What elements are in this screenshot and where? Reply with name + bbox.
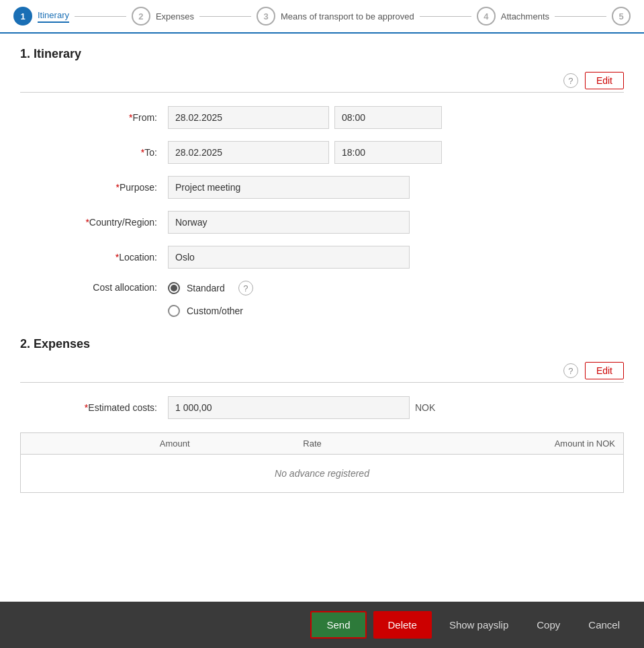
step-4[interactable]: 4 Attachments [477, 7, 549, 26]
itinerary-section: 1. Itinerary ? Edit *From: *To: *Purpose… [20, 47, 624, 317]
location-row: *Location: [20, 246, 624, 269]
step-circle-2: 2 [132, 7, 150, 26]
expenses-title: 2. Expenses [20, 337, 624, 351]
country-label: *Country/Region: [20, 217, 168, 228]
no-advance-text: No advance registered [21, 455, 624, 493]
step-label-1: Itinerary [38, 10, 69, 23]
bottom-action-bar: Send Delete Show payslip Copy Cancel [0, 602, 644, 648]
step-5[interactable]: 5 [612, 7, 631, 26]
estimated-costs-row: *Estimated costs: NOK [20, 396, 624, 419]
to-row: *To: [20, 141, 624, 164]
step-line-1 [75, 16, 126, 17]
cost-help-icon[interactable]: ? [238, 281, 253, 295]
step-circle-3: 3 [257, 7, 275, 26]
step-3[interactable]: 3 Means of transport to be approved [257, 7, 414, 26]
to-label: *To: [20, 147, 168, 158]
send-button[interactable]: Send [310, 611, 366, 639]
location-input[interactable] [168, 246, 410, 269]
from-date-input[interactable] [168, 106, 329, 129]
purpose-label: *Purpose: [20, 182, 168, 193]
expenses-edit-button[interactable]: Edit [585, 362, 624, 379]
step-circle-5: 5 [612, 7, 631, 26]
radio-standard[interactable] [168, 282, 180, 294]
radio-standard-row: Standard ? [168, 281, 253, 295]
radio-custom-label: Custom/other [187, 306, 243, 316]
to-date-input[interactable] [168, 141, 329, 164]
delete-button[interactable]: Delete [373, 611, 432, 639]
main-content: 1. Itinerary ? Edit *From: *To: *Purpose… [0, 34, 644, 547]
country-input[interactable] [168, 211, 410, 234]
from-label: *From: [20, 112, 168, 123]
location-label: *Location: [20, 252, 168, 263]
cost-allocation-options: Standard ? Custom/other [168, 281, 253, 317]
itinerary-toolbar: ? Edit [20, 72, 624, 89]
itinerary-help-icon[interactable]: ? [563, 73, 578, 88]
expenses-help-icon[interactable]: ? [563, 363, 578, 378]
col-rate: Rate [198, 433, 330, 455]
radio-custom-row: Custom/other [168, 305, 253, 317]
step-circle-1: 1 [13, 7, 32, 26]
currency-label: NOK [415, 402, 435, 413]
step-circle-4: 4 [477, 7, 496, 26]
itinerary-edit-button[interactable]: Edit [585, 72, 624, 89]
itinerary-divider [20, 92, 624, 93]
step-label-2: Expenses [156, 11, 194, 21]
estimated-costs-input[interactable] [168, 396, 410, 419]
cost-allocation-row: Cost allocation: Standard ? Custom/other [20, 281, 624, 317]
from-row: *From: [20, 106, 624, 129]
step-line-2 [199, 16, 251, 17]
advances-table: Amount Rate Amount in NOK No advance reg… [20, 432, 624, 493]
step-1[interactable]: 1 Itinerary [13, 7, 69, 26]
show-payslip-button[interactable]: Show payslip [439, 612, 519, 637]
step-label-4: Attachments [501, 11, 549, 21]
step-line-4 [555, 16, 606, 17]
step-2[interactable]: 2 Expenses [132, 7, 194, 26]
stepper: 1 Itinerary 2 Expenses 3 Means of transp… [0, 0, 644, 34]
copy-button[interactable]: Copy [526, 612, 571, 637]
country-row: *Country/Region: [20, 211, 624, 234]
radio-standard-label: Standard [187, 283, 225, 293]
cost-allocation-label: Cost allocation: [20, 281, 168, 293]
from-time-input[interactable] [334, 106, 442, 129]
col-amount-nok: Amount in NOK [330, 433, 624, 455]
expenses-divider [20, 382, 624, 383]
step-line-3 [420, 16, 471, 17]
cancel-button[interactable]: Cancel [578, 612, 631, 637]
no-advance-row: No advance registered [21, 455, 624, 493]
purpose-input[interactable] [168, 176, 410, 199]
step-label-3: Means of transport to be approved [281, 11, 414, 21]
radio-custom[interactable] [168, 305, 180, 317]
purpose-row: *Purpose: [20, 176, 624, 199]
expenses-toolbar: ? Edit [20, 362, 624, 379]
to-time-input[interactable] [334, 141, 442, 164]
col-amount: Amount [21, 433, 198, 455]
itinerary-title: 1. Itinerary [20, 47, 624, 61]
estimated-costs-label: *Estimated costs: [20, 402, 168, 413]
table-header-row: Amount Rate Amount in NOK [21, 433, 624, 455]
expenses-section: 2. Expenses ? Edit *Estimated costs: NOK… [20, 337, 624, 493]
